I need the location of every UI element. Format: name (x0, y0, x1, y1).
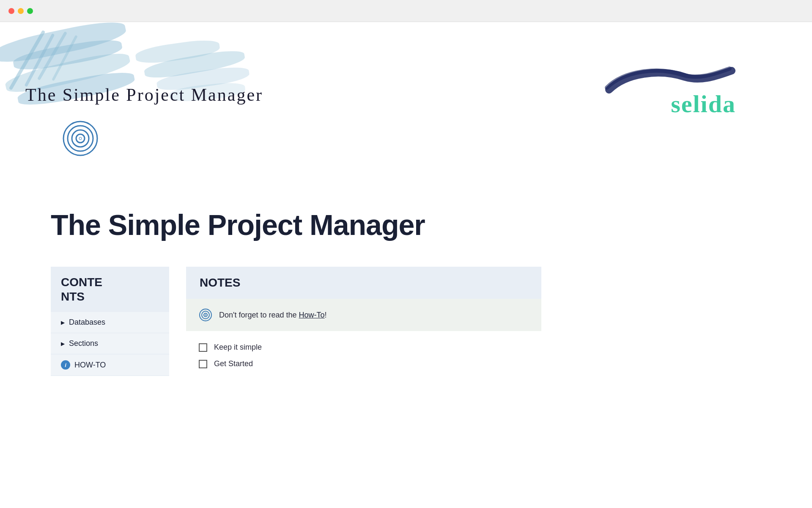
notes-checklist: Keep it simple Get Started (186, 333, 541, 378)
svg-point-0 (63, 121, 97, 155)
toc-header: CONTENTS (51, 267, 169, 312)
window-chrome (0, 0, 812, 22)
selida-logo: selida (601, 64, 736, 118)
notes-panel: NOTES Don't forget to read the How-To! K… (186, 267, 541, 378)
header-banner: The Simple Project Manager selida (0, 22, 812, 183)
main-content: The Simple Project Manager CONTENTS ▶ Da… (0, 183, 592, 404)
svg-point-8 (205, 315, 206, 316)
notes-callout: Don't forget to read the How-To! (186, 299, 541, 331)
page-title: The Simple Project Manager (51, 208, 541, 241)
svg-point-2 (72, 130, 89, 147)
howto-link[interactable]: How-To (299, 311, 325, 319)
traffic-lights (8, 8, 33, 14)
minimize-button[interactable] (18, 8, 24, 14)
close-button[interactable] (8, 8, 14, 14)
checklist-item-2: Get Started (199, 359, 529, 368)
content-layout: CONTENTS ▶ Databases ▶ Sections i HOW-TO… (51, 267, 541, 378)
toc-item-label: Sections (69, 339, 98, 348)
notes-header: NOTES (186, 267, 541, 299)
checklist-label: Get Started (214, 359, 253, 368)
svg-point-3 (76, 134, 85, 143)
checkbox-keep-simple[interactable] (199, 343, 207, 352)
target-icon (61, 119, 99, 159)
selida-brush-decoration (601, 64, 736, 98)
toc-item-sections[interactable]: ▶ Sections (51, 333, 169, 354)
toc-item-howto[interactable]: i HOW-TO (51, 354, 169, 376)
callout-text: Don't forget to read the How-To! (219, 311, 327, 320)
arrow-icon: ▶ (61, 341, 65, 347)
banner-title: The Simple Project Manager (25, 85, 263, 105)
svg-point-4 (79, 137, 82, 140)
checklist-item-1: Keep it simple (199, 343, 529, 352)
callout-target-icon (199, 308, 212, 322)
maximize-button[interactable] (27, 8, 33, 14)
toc-item-label: Databases (69, 318, 105, 327)
checkbox-get-started[interactable] (199, 360, 207, 368)
toc-sidebar: CONTENTS ▶ Databases ▶ Sections i HOW-TO (51, 267, 169, 376)
checklist-label: Keep it simple (214, 343, 262, 352)
arrow-icon: ▶ (61, 320, 65, 326)
toc-item-databases[interactable]: ▶ Databases (51, 312, 169, 333)
info-icon: i (61, 360, 70, 370)
toc-item-label: HOW-TO (74, 361, 106, 370)
